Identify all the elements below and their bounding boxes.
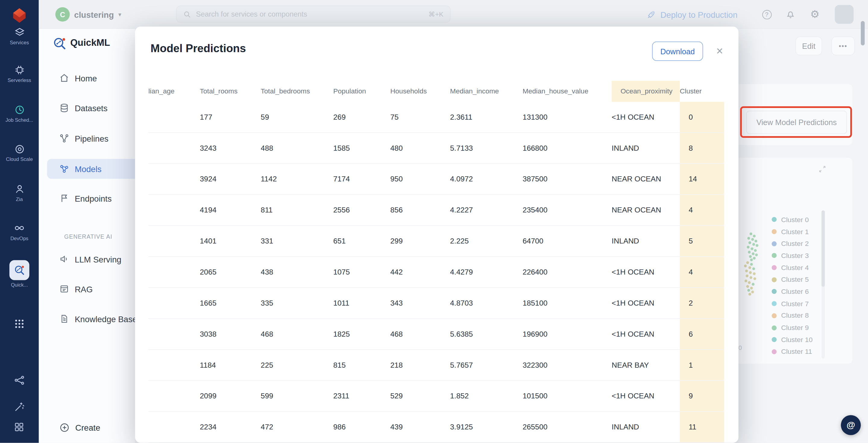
table-cell: 3243	[200, 133, 261, 163]
legend-item[interactable]: Cluster 10	[772, 334, 812, 346]
table-row: 3243 488 1585 480 5.7133 166800 INLAND 8	[148, 133, 724, 164]
legend-dot-icon	[772, 265, 777, 270]
table-cell: 14	[680, 164, 724, 194]
project-name: clustering	[74, 10, 114, 19]
search-input[interactable]: Search for services or components ⌘+K	[176, 5, 451, 23]
table-cell: 226400	[523, 257, 612, 287]
extensions-grid-icon[interactable]	[14, 422, 25, 433]
plus-circle-icon	[59, 422, 70, 433]
legend-item[interactable]: Cluster 1	[772, 226, 812, 238]
table-cell: 488	[261, 133, 333, 163]
sidebar-item-rag[interactable]: RAG	[43, 279, 135, 299]
create-button[interactable]: Create	[43, 417, 135, 437]
close-icon[interactable]: ×	[712, 43, 727, 59]
legend-item[interactable]: Cluster 5	[772, 274, 812, 286]
table-cell: 59	[261, 102, 333, 132]
rail-item-job-scheduling[interactable]: Job Sched...	[0, 104, 39, 123]
table-cell: 2556	[333, 195, 390, 225]
search-icon	[183, 10, 191, 18]
rail-item-devops[interactable]: DevOps	[0, 222, 39, 241]
sidebar-item-knowledge-base[interactable]: Knowledge Base	[43, 309, 135, 329]
legend-item[interactable]: Cluster 0	[772, 214, 812, 226]
rail-item-quickml[interactable]: Quick...	[0, 260, 39, 288]
legend-label: Cluster 6	[781, 288, 809, 296]
table-cell: 811	[261, 195, 333, 225]
legend-item[interactable]: Cluster 7	[772, 298, 812, 310]
legend-label: Cluster 11	[781, 348, 812, 356]
table-cell: 5.6385	[450, 319, 523, 349]
table-cell	[148, 412, 200, 442]
table-cell: 75	[390, 102, 450, 132]
rail-item-serverless[interactable]: Serverless	[0, 64, 39, 83]
table-cell: 2099	[200, 381, 261, 411]
table-cell: 4	[680, 257, 724, 287]
table-cell: 2	[680, 288, 724, 318]
table-cell: 4.8703	[450, 288, 523, 318]
chevron-down-icon: ▾	[118, 11, 121, 18]
legend-item[interactable]: Cluster 6	[772, 286, 812, 298]
rocket-icon	[647, 10, 656, 19]
legend-item[interactable]: Cluster 8	[772, 310, 812, 322]
legend-item[interactable]: Cluster 4	[772, 261, 812, 274]
legend-item[interactable]: Cluster 11	[772, 346, 812, 358]
table-cell: NEAR OCEAN	[612, 195, 680, 225]
create-label: Create	[75, 422, 100, 432]
help-icon[interactable]: ?	[762, 9, 772, 19]
search-placeholder: Search for services or components	[196, 10, 424, 19]
legend-dot-icon	[772, 241, 777, 246]
table-header-cell: lian_age	[148, 81, 200, 102]
legend-dot-icon	[772, 301, 777, 306]
brand-name: QuickML	[70, 38, 110, 49]
apps-grid-icon[interactable]	[14, 318, 25, 329]
chat-support-button[interactable]: @	[841, 415, 861, 435]
sidebar-item-models[interactable]: Models	[47, 159, 135, 179]
magic-wand-icon[interactable]	[14, 402, 25, 413]
table-cell	[148, 319, 200, 349]
sidebar-item-llm-serving[interactable]: LLM Serving	[43, 249, 135, 269]
platform-logo-icon[interactable]	[11, 7, 28, 24]
table-cell: 11	[680, 412, 724, 442]
table-cell: <1H OCEAN	[612, 257, 680, 287]
user-avatar[interactable]	[835, 5, 854, 24]
legend-item[interactable]: Cluster 9	[772, 321, 812, 334]
table-cell: 2.3611	[450, 102, 523, 132]
legend-dot-icon	[772, 289, 777, 294]
legend-label: Cluster 5	[781, 276, 809, 284]
table-cell: 131300	[523, 102, 612, 132]
rail-item-services[interactable]: Services	[0, 27, 39, 45]
table-cell: 64700	[523, 226, 612, 256]
table-cell: 218	[390, 350, 450, 380]
sidebar-item-home[interactable]: Home	[43, 68, 135, 88]
sidebar-item-label: Pipelines	[75, 134, 108, 143]
table-cell: 815	[333, 350, 390, 380]
legend-item[interactable]: Cluster 2	[772, 238, 812, 250]
notifications-bell-icon[interactable]	[785, 9, 795, 19]
legend-scrollbar-thumb[interactable]	[822, 210, 825, 287]
table-cell: 2311	[333, 381, 390, 411]
project-selector[interactable]: C clustering ▾	[56, 5, 121, 24]
table-cell: 235400	[523, 195, 612, 225]
sidebar-item-label: Knowledge Base	[75, 314, 137, 323]
page-scrollbar-thumb[interactable]	[861, 21, 865, 45]
table-body: 177 59 269 75 2.3611 131300 <1H OCEAN 0 …	[148, 102, 724, 443]
legend-scrollbar[interactable]	[822, 210, 825, 359]
quickml-icon	[9, 260, 29, 280]
sidebar-item-endpoints[interactable]: Endpoints	[43, 188, 135, 208]
chart-legend: Cluster 0 Cluster 1 Cluster 2 Cluster 3	[772, 214, 812, 358]
table-cell: <1H OCEAN	[612, 288, 680, 318]
sidebar-item-datasets[interactable]: Datasets	[43, 98, 135, 118]
table-cell: 5.7133	[450, 133, 523, 163]
legend-item[interactable]: Cluster 3	[772, 250, 812, 261]
rail-item-cloud-scale[interactable]: Cloud Scale	[0, 144, 39, 162]
table-cell: 225	[261, 350, 333, 380]
icon-rail: Services Serverless Job Sched... Cloud S…	[0, 0, 39, 443]
deploy-to-production-button[interactable]: Deploy to Production	[647, 0, 738, 29]
sidebar-item-pipelines[interactable]: Pipelines	[43, 128, 135, 148]
table-cell: 177	[200, 102, 261, 132]
download-button[interactable]: Download	[652, 41, 703, 61]
rail-item-zia[interactable]: Zia	[0, 183, 39, 202]
modal-title: Model Predictions	[151, 42, 246, 55]
table-header-cell: Population	[333, 81, 390, 102]
gear-icon[interactable]: ⚙	[810, 9, 820, 19]
workflow-nodes-icon[interactable]	[14, 375, 25, 386]
